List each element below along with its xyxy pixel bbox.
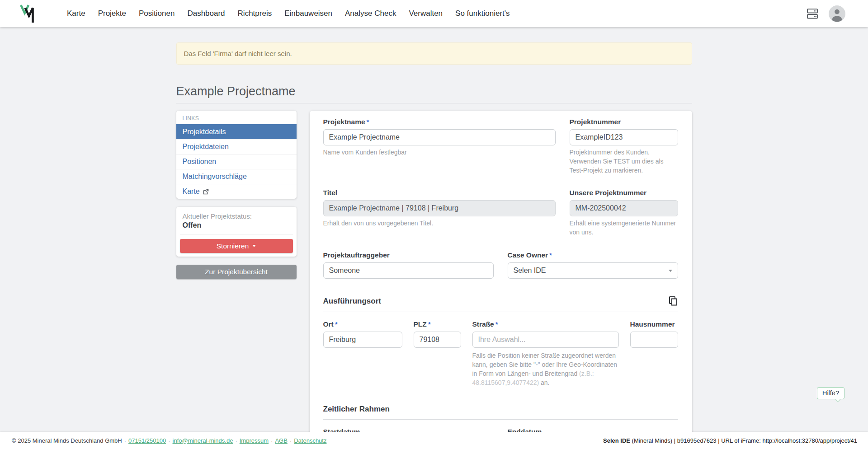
top-nav: Karte Projekte Positionen Dashboard Rich… [0, 0, 868, 27]
project-overview-button-label: Zur Projektübersicht [205, 268, 268, 276]
title-divider [176, 103, 692, 103]
field-plz: PLZ* [414, 320, 461, 348]
select-caret-icon [669, 270, 672, 272]
nav-item-projekte[interactable]: Projekte [92, 5, 132, 22]
projektauftraggeber-label: Projektauftraggeber [323, 251, 494, 259]
help-button-label: Hilfe? [822, 389, 839, 397]
projektname-helper: Name vom Kunden festlegbar [323, 148, 556, 157]
field-projektnummer: Projektnummer Projektnummer des Kunden. … [570, 118, 678, 175]
projektname-label: Projektname [323, 118, 365, 126]
sidebar-item-label: Positionen [183, 158, 217, 166]
status-card: Aktueller Projektstatus: Offen Storniere… [176, 207, 297, 257]
field-startdatum: Startdatum [323, 428, 494, 432]
nav-item-so-funktionierts[interactable]: So funktioniert's [449, 5, 516, 22]
page-title: Example Projectname [176, 84, 692, 98]
section-zeitlicher-rahmen-title: Zeitlicher Rahmen [323, 405, 390, 414]
plz-input[interactable] [414, 332, 461, 348]
project-overview-button[interactable]: Zur Projektübersicht [176, 265, 297, 279]
copy-address-icon[interactable] [669, 296, 678, 306]
sidebar-item-label: Matchingvorschläge [183, 173, 247, 181]
required-marker: * [367, 118, 369, 126]
external-link-icon [203, 189, 209, 195]
titel-input [323, 200, 556, 216]
section-ausfuehrungsort-title: Ausführungsort [323, 297, 381, 306]
session-info: Selen IDE (Mineral Minds) | b91695ed7623… [603, 437, 857, 444]
projektnummer-input[interactable] [570, 129, 678, 145]
projektname-input[interactable] [323, 129, 556, 145]
user-avatar[interactable] [829, 5, 845, 22]
footer-link-email[interactable]: info@mineral-minds.de [173, 437, 233, 444]
nav-item-richtpreis[interactable]: Richtpreis [231, 5, 278, 22]
startdatum-label: Startdatum [323, 428, 494, 432]
nav-item-verwalten[interactable]: Verwalten [402, 5, 449, 22]
sidebar-item-label: Projektdetails [183, 128, 226, 136]
unsere-projektnummer-input [570, 200, 678, 216]
field-hausnummer: Hausnummer [630, 320, 678, 348]
cancel-button-label: Stornieren [217, 242, 249, 250]
status-label: Aktueller Projektstatus: [180, 212, 293, 220]
session-user: Selen IDE [603, 437, 630, 444]
nav-item-karte[interactable]: Karte [61, 5, 92, 22]
app-logo[interactable] [19, 4, 39, 23]
strasse-input[interactable] [472, 332, 619, 348]
footer-link-phone[interactable]: 07151/250100 [128, 437, 166, 444]
copyright-text: © 2025 Mineral Minds Deutschland GmbH [12, 437, 122, 444]
field-projektname: Projektname* Name vom Kunden festlegbar [323, 118, 556, 175]
footer-link-datenschutz[interactable]: Datenschutz [294, 437, 326, 444]
caret-down-icon [252, 245, 256, 247]
case-owner-selected-value: Selen IDE [514, 267, 546, 275]
status-divider [180, 234, 293, 234]
field-case-owner: Case Owner* Selen IDE [508, 251, 678, 279]
projektauftraggeber-input[interactable] [323, 262, 494, 279]
unsere-projektnummer-label: Unsere Projektnummer [570, 189, 678, 197]
section-divider [323, 419, 678, 420]
footer: © 2025 Mineral Minds Deutschland GmbH · … [0, 432, 868, 449]
mineral-minds-logo-icon [19, 4, 38, 23]
plz-label: PLZ [414, 320, 427, 328]
sidebar-item-projektdateien[interactable]: Projektdateien [176, 139, 297, 154]
titel-label: Titel [323, 189, 556, 197]
nav-item-einbauweisen[interactable]: Einbauweisen [278, 5, 339, 22]
strasse-helper: Falls die Position keiner Straße zugeord… [472, 351, 619, 388]
sidebar-item-karte[interactable]: Karte [176, 184, 297, 199]
required-marker: * [495, 320, 498, 328]
hausnummer-input[interactable] [630, 332, 678, 348]
nav-item-dashboard[interactable]: Dashboard [181, 5, 231, 22]
cancel-button[interactable]: Stornieren [180, 239, 293, 253]
server-icon[interactable] [806, 8, 819, 19]
case-owner-label: Case Owner [508, 251, 548, 259]
field-enddatum: Enddatum [508, 428, 678, 432]
links-card: LINKS Projektdetails Projektdateien Posi… [176, 111, 297, 199]
left-sidebar: LINKS Projektdetails Projektdateien Posi… [176, 111, 297, 279]
links-header: LINKS [176, 111, 297, 124]
field-ort: Ort* [323, 320, 402, 348]
case-owner-select[interactable]: Selen IDE [508, 262, 678, 279]
ort-input[interactable] [323, 332, 402, 348]
projektnummer-helper: Projektnummer des Kunden. Verwenden Sie … [570, 148, 678, 175]
nav-item-analyse-check[interactable]: Analyse Check [339, 5, 402, 22]
sidebar-item-label: Projektdateien [183, 143, 229, 151]
unsere-projektnummer-helper: Erhält eine systemgenerierte Nummer von … [570, 219, 678, 237]
sidebar-item-matchingvorschlaege[interactable]: Matchingvorschläge [176, 169, 297, 184]
field-strasse: Straße* [472, 320, 619, 348]
help-bubble-tail [835, 396, 841, 402]
help-button[interactable]: Hilfe? [817, 387, 844, 399]
sidebar-item-label: Karte [183, 187, 200, 196]
field-titel: Titel Erhält den von uns vorgegebenen Ti… [323, 189, 556, 237]
ort-label: Ort [323, 320, 334, 328]
section-divider [323, 312, 678, 312]
hausnummer-label: Hausnummer [630, 320, 678, 328]
sidebar-item-positionen[interactable]: Positionen [176, 154, 297, 169]
required-marker: * [549, 251, 552, 259]
projektnummer-label: Projektnummer [570, 118, 678, 126]
nav-item-positionen[interactable]: Positionen [132, 5, 181, 22]
main-nav: Karte Projekte Positionen Dashboard Rich… [61, 5, 516, 22]
status-value: Offen [180, 221, 293, 229]
field-unsere-projektnummer: Unsere Projektnummer Erhält eine systemg… [570, 189, 678, 237]
alert-message: Das Feld 'Firma' darf nicht leer sein. [184, 50, 292, 57]
sidebar-item-projektdetails[interactable]: Projektdetails [176, 124, 297, 139]
content-area: Das Feld 'Firma' darf nicht leer sein. E… [0, 27, 868, 432]
strasse-label: Straße [472, 320, 494, 328]
footer-link-agb[interactable]: AGB [275, 437, 287, 444]
footer-link-impressum[interactable]: Impressum [240, 437, 269, 444]
